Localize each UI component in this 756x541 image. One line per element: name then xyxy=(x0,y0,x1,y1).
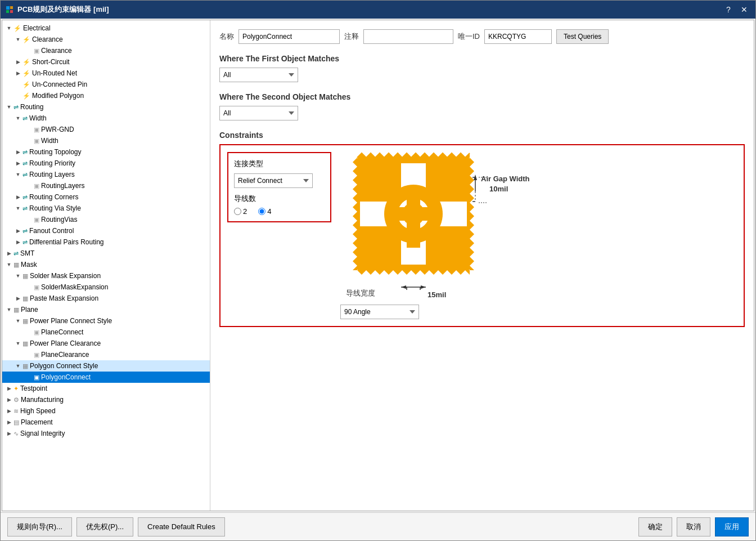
connection-type-select[interactable]: Relief Connect Direct Connect No Connect xyxy=(234,173,313,188)
tree-item-width-rule[interactable]: ▶ ▣ Width xyxy=(2,135,210,146)
tree-item-polygon-connect-style[interactable]: ▼ ▦ Polygon Connect Style xyxy=(2,360,210,372)
ok-button[interactable]: 确定 xyxy=(638,517,672,536)
name-label: 名称 xyxy=(219,32,234,42)
svg-marker-32 xyxy=(401,285,406,289)
svg-text:10mil: 10mil xyxy=(489,185,508,193)
tree-item-plane-clearance[interactable]: ▶ ▣ PlaneClearance xyxy=(2,349,210,360)
tree-item-fanout-control[interactable]: ▶ ⇌ Fanout Control xyxy=(2,225,210,236)
svg-rect-20 xyxy=(407,220,420,248)
tree-item-power-plane-clearance[interactable]: ▼ ▦ Power Plane Clearance xyxy=(2,338,210,349)
second-object-section: Where The Second Object Matches All Net … xyxy=(219,90,745,128)
tree-item-short-circuit[interactable]: ▶ ⚡ Short-Circuit xyxy=(2,56,210,68)
svg-rect-2 xyxy=(10,6,13,9)
create-default-button[interactable]: Create Default Rules xyxy=(138,517,225,536)
tree-item-high-speed[interactable]: ▶ ≋ High Speed xyxy=(2,405,210,417)
close-button[interactable]: ✕ xyxy=(737,3,751,16)
tree-item-solder-mask-rule[interactable]: ▶ ▣ SolderMaskExpansion xyxy=(2,281,210,293)
tree-item-diff-pairs[interactable]: ▶ ⇌ Differential Pairs Routing xyxy=(2,236,210,248)
comment-input[interactable] xyxy=(363,29,453,44)
tree-item-pwr-gnd[interactable]: ▶ ▣ PWR-GND xyxy=(2,124,210,135)
uid-input[interactable] xyxy=(484,29,552,44)
tree-item-routing-via-style[interactable]: ▼ ⇌ Routing Via Style xyxy=(2,203,210,214)
svg-text:导线宽度: 导线宽度 xyxy=(346,289,375,297)
tree-item-plane[interactable]: ▼ ▦ Plane xyxy=(2,304,210,315)
tree-item-un-connected-pin[interactable]: ▶ ⚡ Un-Connected Pin xyxy=(2,79,210,90)
svg-marker-10 xyxy=(470,158,474,270)
priority-button[interactable]: 优先权(P)... xyxy=(76,517,133,536)
second-object-select[interactable]: All Net Layer NetClass xyxy=(219,106,298,120)
svg-rect-21 xyxy=(385,207,413,221)
tree-item-manufacturing[interactable]: ▶ ⚙ Manufacturing xyxy=(2,394,210,405)
svg-rect-3 xyxy=(6,10,9,13)
radio-2-label[interactable]: 2 xyxy=(234,207,247,216)
second-object-title: Where The Second Object Matches xyxy=(219,92,745,101)
left-panel: ▼ ⚡ Electrical ▼ ⚡ Clearance ▶ ▣ Clearan… xyxy=(2,20,210,511)
angle-select[interactable]: 90 Angle 45 Angle Any Angle xyxy=(340,305,419,319)
apply-button[interactable]: 应用 xyxy=(715,517,749,536)
svg-marker-8 xyxy=(357,270,470,275)
svg-rect-13 xyxy=(360,202,388,226)
window-title: PCB规则及约束编辑器 [mil] xyxy=(17,5,109,15)
tree-item-routing-corners[interactable]: ▶ ⇌ Routing Corners xyxy=(2,191,210,203)
header-row: 名称 注释 唯一ID Test Queries xyxy=(219,29,745,44)
svg-rect-1 xyxy=(6,6,10,10)
main-window: PCB规则及约束编辑器 [mil] ? ✕ ▼ ⚡ Electrical ▼ ⚡ xyxy=(0,0,756,541)
tree-item-polygon-connect[interactable]: ▶ ▣ PolygonConnect xyxy=(2,372,210,383)
tree-item-power-plane-connect[interactable]: ▼ ▦ Power Plane Connect Style xyxy=(2,315,210,327)
constraints-title: Constraints xyxy=(219,131,745,140)
tree-item-routing-vias[interactable]: ▶ ▣ RoutingVias xyxy=(2,214,210,225)
tree-item-routing-topology[interactable]: ▶ ⇌ Routing Topology xyxy=(2,146,210,158)
svg-rect-14 xyxy=(439,202,467,226)
svg-marker-33 xyxy=(421,285,426,289)
constraints-section: Constraints 连接类型 Relief Connect Direct C… xyxy=(219,128,745,502)
thermal-diagram-area: Air Gap Width 10mil 导线宽度 15mil xyxy=(340,152,737,319)
main-content: ▼ ⚡ Electrical ▼ ⚡ Clearance ▶ ▣ Clearan… xyxy=(2,20,754,511)
tree-item-routing-priority[interactable]: ▶ ⇌ Routing Priority xyxy=(2,158,210,169)
tree-item-placement[interactable]: ▶ ▤ Placement xyxy=(2,417,210,428)
tree-item-un-routed-net[interactable]: ▶ ⚡ Un-Routed Net xyxy=(2,68,210,79)
tree-item-smt[interactable]: ▶ ⇌ SMT xyxy=(2,248,210,259)
tree-item-routing[interactable]: ▼ ⇌ Routing xyxy=(2,101,210,113)
radio-4[interactable] xyxy=(258,208,266,215)
title-bar: PCB规则及约束编辑器 [mil] ? ✕ xyxy=(1,1,755,19)
svg-rect-4 xyxy=(10,10,13,13)
tree-item-modified-polygon[interactable]: ▶ ⚡ Modified Polygon xyxy=(2,90,210,101)
first-object-section: Where The First Object Matches All Net L… xyxy=(219,52,745,90)
tree-item-routing-layers[interactable]: ▼ ⇌ Routing Layers xyxy=(2,169,210,180)
tree-item-routing-layers-rule[interactable]: ▶ ▣ RoutingLayers xyxy=(2,180,210,191)
bottom-bar: 规则向导(R)... 优先权(P)... Create Default Rule… xyxy=(1,512,755,540)
help-button[interactable]: ? xyxy=(722,3,735,16)
test-queries-button[interactable]: Test Queries xyxy=(556,29,609,44)
tree-view: ▼ ⚡ Electrical ▼ ⚡ Clearance ▶ ▣ Clearan… xyxy=(2,20,210,511)
tree-item-signal-integrity[interactable]: ▶ ∿ Signal Integrity xyxy=(2,428,210,439)
tree-item-testpoint[interactable]: ▶ ✦ Testpoint xyxy=(2,383,210,394)
tree-item-solder-mask-exp[interactable]: ▼ ▦ Solder Mask Expansion xyxy=(2,270,210,281)
radio-4-label[interactable]: 4 xyxy=(258,207,271,216)
bottom-left-buttons: 规则向导(R)... 优先权(P)... Create Default Rule… xyxy=(7,517,225,536)
connection-type-label: 连接类型 xyxy=(234,159,325,169)
thermal-diagram-svg: Air Gap Width 10mil 导线宽度 15mil xyxy=(340,152,554,304)
svg-text:Air Gap Width: Air Gap Width xyxy=(481,175,530,183)
svg-marker-9 xyxy=(353,158,357,270)
app-icon xyxy=(5,5,14,14)
name-input[interactable] xyxy=(238,29,340,44)
svg-text:15mil: 15mil xyxy=(428,290,446,299)
bottom-right-buttons: 确定 取消 应用 xyxy=(638,517,749,536)
wire-count-radios: 2 4 xyxy=(234,207,325,216)
tree-item-mask[interactable]: ▼ ▦ Mask xyxy=(2,259,210,270)
tree-item-paste-mask-exp[interactable]: ▶ ▦ Paste Mask Expansion xyxy=(2,293,210,304)
wizard-button[interactable]: 规则向导(R)... xyxy=(7,517,72,536)
cancel-button[interactable]: 取消 xyxy=(677,517,710,536)
comment-label: 注释 xyxy=(344,32,359,42)
tree-item-width[interactable]: ▼ ⇌ Width xyxy=(2,113,210,124)
tree-item-electrical[interactable]: ▼ ⚡ Electrical xyxy=(2,23,210,34)
tree-item-plane-connect[interactable]: ▶ ▣ PlaneConnect xyxy=(2,327,210,338)
first-object-title: Where The First Object Matches xyxy=(219,54,745,63)
first-object-select[interactable]: All Net Layer NetClass xyxy=(219,68,298,82)
radio-2[interactable] xyxy=(234,208,241,215)
right-panel: 名称 注释 唯一ID Test Queries Where The First … xyxy=(210,20,754,511)
tree-item-clearance[interactable]: ▶ ▣ Clearance xyxy=(2,45,210,56)
uid-label: 唯一ID xyxy=(458,32,480,42)
svg-rect-22 xyxy=(413,207,442,221)
tree-item-clearance-group[interactable]: ▼ ⚡ Clearance xyxy=(2,34,210,45)
